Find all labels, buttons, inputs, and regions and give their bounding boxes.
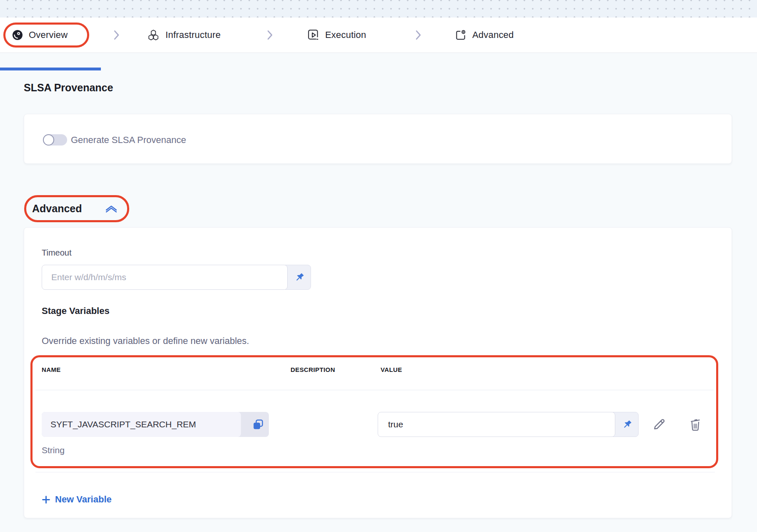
tab-infrastructure-label: Infrastructure xyxy=(165,30,221,40)
pin-icon xyxy=(622,419,633,430)
pin-icon xyxy=(294,272,305,283)
generate-slsa-toggle-label: Generate SLSA Provenance xyxy=(71,134,186,146)
tab-execution[interactable]: Execution xyxy=(307,18,366,53)
timeout-pin-button[interactable] xyxy=(285,265,311,290)
tab-separator xyxy=(113,18,120,53)
value-pin-button[interactable] xyxy=(613,412,639,437)
stage-variables-heading: Stage Variables xyxy=(42,306,110,316)
variable-name-field[interactable]: SYFT_JAVASCRIPT_SEARCH_REM xyxy=(42,412,269,437)
chevron-right-icon xyxy=(415,29,421,41)
overview-icon xyxy=(12,29,23,41)
variable-type-label: String xyxy=(42,445,65,455)
toggle-knob xyxy=(43,134,54,146)
table-header-divider xyxy=(35,390,714,390)
canvas-dot-background xyxy=(0,0,757,18)
execution-icon xyxy=(307,29,320,41)
variable-value-input[interactable] xyxy=(378,412,615,437)
tab-separator xyxy=(267,18,273,53)
column-header-description: DESCRIPTION xyxy=(291,366,335,373)
timeout-label: Timeout xyxy=(42,248,72,258)
pencil-icon xyxy=(652,417,666,432)
infrastructure-icon xyxy=(147,28,160,42)
collapse-chevron-up-icon[interactable] xyxy=(103,203,119,214)
variable-name-text: SYFT_JAVASCRIPT_SEARCH_REM xyxy=(42,412,241,437)
chevron-right-icon xyxy=(267,29,273,41)
tab-execution-label: Execution xyxy=(325,30,366,40)
chevron-right-icon xyxy=(113,29,120,41)
advanced-gear-doc-icon xyxy=(454,29,467,41)
advanced-section-heading[interactable]: Advanced xyxy=(32,203,82,215)
tab-advanced-label: Advanced xyxy=(472,30,514,40)
generate-slsa-toggle[interactable] xyxy=(43,134,67,146)
copy-icon xyxy=(252,418,264,431)
plus-icon xyxy=(42,495,50,504)
new-variable-button[interactable]: New Variable xyxy=(42,494,112,505)
tab-overview[interactable]: Overview xyxy=(12,18,68,53)
new-variable-label: New Variable xyxy=(55,494,112,505)
pipeline-stage-config-page: Overview Infrastructure Execution Advanc… xyxy=(0,0,757,532)
stage-variables-description: Override existing variables or define ne… xyxy=(42,336,249,346)
tab-separator xyxy=(415,18,421,53)
trash-icon xyxy=(688,417,702,432)
variables-bottom-divider xyxy=(35,472,715,472)
variable-name-pill: SYFT_JAVASCRIPT_SEARCH_REM xyxy=(42,412,241,437)
tab-advanced[interactable]: Advanced xyxy=(454,18,514,53)
column-header-value: VALUE xyxy=(381,366,402,373)
column-header-name: NAME xyxy=(42,366,61,373)
slsa-provenance-heading: SLSA Provenance xyxy=(24,82,113,94)
timeout-input[interactable] xyxy=(42,265,288,290)
delete-variable-button[interactable] xyxy=(688,417,703,432)
active-tab-indicator xyxy=(0,68,101,70)
tab-infrastructure[interactable]: Infrastructure xyxy=(147,18,221,53)
edit-variable-button[interactable] xyxy=(652,417,667,432)
copy-button[interactable] xyxy=(252,418,264,431)
tab-overview-label: Overview xyxy=(29,30,68,40)
